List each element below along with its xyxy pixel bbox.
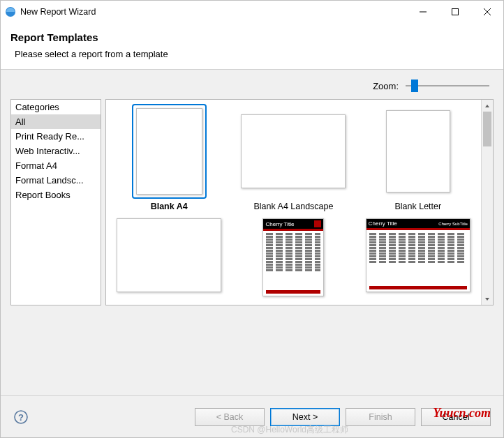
page-title: Report Templates [10, 31, 494, 43]
template-label: Blank A4 Landscape [254, 202, 334, 211]
template-cherry-landscape[interactable]: Cherry TitleCherry SubTitle [358, 214, 478, 301]
app-icon [1, 6, 20, 17]
help-icon[interactable]: ? [13, 409, 29, 425]
gallery-scrollbar[interactable] [481, 100, 493, 305]
titlebar: New Report Wizard [1, 1, 503, 23]
finish-button[interactable]: Finish [346, 408, 415, 426]
window-title: New Report Wizard [20, 7, 96, 17]
wizard-header: Report Templates Please select a report … [1, 23, 503, 70]
scroll-down-icon[interactable] [482, 293, 493, 305]
next-button[interactable]: Next > [270, 408, 340, 426]
category-item-report-books[interactable]: Report Books [11, 188, 101, 202]
template-blank-a4-landscape[interactable]: Blank A4 Landscape [233, 104, 353, 211]
template-blank-a4[interactable]: Blank A4 [109, 104, 229, 211]
template-blank-letter[interactable]: Blank Letter [358, 104, 478, 211]
categories-list[interactable]: Categories All Print Ready Re... Web Int… [10, 99, 101, 305]
categories-header: Categories [11, 100, 101, 114]
content-area: Zoom: Categories All Print Ready Re... W… [1, 70, 503, 395]
maximize-button[interactable] [439, 1, 471, 23]
template-cherry-portrait[interactable]: Cherry Title [233, 214, 353, 301]
category-item-format-landscape[interactable]: Format Landsc... [11, 173, 101, 188]
template-label: Blank Letter [394, 202, 441, 211]
minimize-button[interactable] [407, 1, 439, 23]
page-subtitle: Please select a report from a template [10, 49, 494, 59]
template-item[interactable] [109, 214, 229, 301]
category-item-print-ready[interactable]: Print Ready Re... [11, 129, 101, 144]
zoom-slider[interactable] [406, 80, 489, 92]
wizard-footer: ? < Back Next > Finish Cancel Yuucn.com … [1, 395, 503, 437]
svg-rect-2 [452, 9, 459, 15]
watermark-csdn: CSDN @HelloWorld高级工程师 [231, 424, 348, 436]
zoom-control: Zoom: [1, 70, 503, 99]
svg-text:?: ? [18, 412, 24, 423]
category-item-format-a4[interactable]: Format A4 [11, 158, 101, 173]
back-button[interactable]: < Back [195, 408, 265, 426]
scroll-up-icon[interactable] [482, 100, 493, 112]
zoom-label: Zoom: [373, 81, 399, 91]
category-item-all[interactable]: All [11, 114, 101, 129]
cancel-button[interactable]: Cancel [421, 408, 491, 426]
template-gallery: Blank A4 Blank A4 Landscape Blank Letter [105, 99, 494, 305]
close-button[interactable] [471, 1, 503, 23]
template-label: Blank A4 [151, 202, 188, 211]
category-item-web-interactive[interactable]: Web Interactiv... [11, 144, 101, 158]
